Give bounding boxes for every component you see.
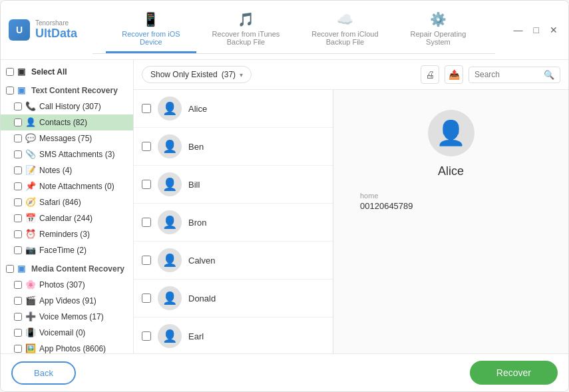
notes-label: Notes (4) [39, 166, 128, 175]
sidebar-facetime[interactable]: 📷 FaceTime (2) [1, 242, 133, 258]
contact-bill-name: Bill [188, 180, 200, 190]
sidebar-app-photos[interactable]: 🖼️ App Photos (8606) [1, 341, 133, 353]
split-area: 👤 Alice 👤 Ben 👤 Bill [134, 90, 568, 353]
notes-checkbox[interactable] [14, 166, 22, 174]
sidebar-reminders[interactable]: ⏰ Reminders (3) [1, 226, 133, 242]
tab-icloud[interactable]: ☁️ Recover from iCloudBackup File [295, 6, 394, 53]
filter-button[interactable]: Show Only Existed (37) ▾ [142, 66, 252, 83]
toolbar-right: 🖨 📤 🔍 [421, 65, 560, 84]
detail-avatar: 👤 [428, 110, 474, 156]
back-button[interactable]: Back [11, 361, 76, 385]
contact-bron-checkbox[interactable] [142, 218, 151, 227]
tab-itunes-icon: 🎵 [238, 11, 254, 27]
title-bar: U Tenorshare UltData 📱 Recover from iOSD… [1, 1, 568, 60]
contact-donald-checkbox[interactable] [142, 294, 151, 303]
tab-repair-icon: ⚙️ [430, 11, 447, 27]
contact-bill-avatar: 👤 [158, 172, 182, 196]
tab-ios-icon: 📱 [142, 11, 159, 27]
contact-item-calven[interactable]: 👤 Calven [134, 242, 333, 280]
sidebar-text-content-header: ▣ Text Content Recovery [1, 80, 133, 98]
sidebar-app-videos[interactable]: 🎬 App Videos (91) [1, 293, 133, 309]
call-history-checkbox[interactable] [14, 102, 22, 110]
sms-attachments-checkbox[interactable] [14, 150, 22, 158]
contact-item-bill[interactable]: 👤 Bill [134, 166, 333, 204]
media-content-checkbox[interactable] [6, 265, 14, 273]
photos-checkbox[interactable] [14, 281, 22, 289]
call-history-label: Call History (307) [39, 102, 128, 111]
contact-item-earl[interactable]: 👤 Earl [134, 317, 333, 353]
print-button[interactable]: 🖨 [421, 65, 439, 84]
contact-item-ben[interactable]: 👤 Ben [134, 128, 333, 166]
sidebar-sms-attachments[interactable]: 📎 SMS Attachments (3) [1, 146, 133, 162]
logo-text: Tenorshare UltData [35, 19, 77, 41]
logo-brand: Tenorshare [35, 19, 77, 27]
contact-list: 👤 Alice 👤 Ben 👤 Bill [134, 90, 333, 353]
sidebar-messages[interactable]: 💬 Messages (75) [1, 130, 133, 146]
contact-item-bron[interactable]: 👤 Bron [134, 204, 333, 242]
contact-ben-avatar: 👤 [158, 134, 182, 158]
main-panel: Show Only Existed (37) ▾ 🖨 📤 🔍 [134, 60, 568, 353]
sidebar-safari[interactable]: 🧭 Safari (846) [1, 194, 133, 210]
text-content-checkbox[interactable] [6, 87, 14, 95]
calendar-checkbox[interactable] [14, 214, 22, 222]
media-content-icon: ▣ [17, 264, 28, 274]
note-attachments-checkbox[interactable] [14, 182, 22, 190]
contact-earl-name: Earl [188, 331, 204, 341]
tab-itunes[interactable]: 🎵 Recover from iTunesBackup File [196, 6, 296, 53]
text-content-icon: ▣ [17, 85, 28, 96]
contact-item-donald[interactable]: 👤 Donald [134, 280, 333, 317]
voice-memos-label: Voice Memos (17) [39, 312, 128, 321]
contact-alice-checkbox[interactable] [142, 104, 151, 113]
print-icon: 🖨 [425, 69, 435, 80]
voicemail-icon: 📳 [25, 327, 36, 338]
sidebar-select-all[interactable]: ▣ Select All [1, 64, 133, 80]
contacts-checkbox[interactable] [14, 118, 22, 126]
app-videos-checkbox[interactable] [14, 297, 22, 305]
photos-icon: 🌸 [25, 280, 36, 290]
sidebar-voice-memos[interactable]: ➕ Voice Memos (17) [1, 309, 133, 325]
select-all-icon: ▣ [17, 67, 28, 77]
detail-phone-field: home 00120645789 [360, 192, 413, 211]
recover-button[interactable]: Recover [470, 361, 558, 385]
sidebar-notes[interactable]: 📝 Notes (4) [1, 162, 133, 178]
notes-icon: 📝 [25, 165, 36, 176]
sidebar-note-attachments[interactable]: 📌 Note Attachments (0) [1, 178, 133, 194]
note-attachments-icon: 📌 [25, 181, 36, 192]
safari-checkbox[interactable] [14, 198, 22, 206]
minimize-button[interactable]: — [511, 23, 526, 37]
bottom-bar: Back Recover [1, 353, 568, 391]
sidebar-media-content-header: ▣ Media Content Recovery [1, 258, 133, 277]
maximize-button[interactable]: □ [531, 23, 542, 37]
sidebar-photos[interactable]: 🌸 Photos (307) [1, 277, 133, 293]
contact-bron-avatar: 👤 [158, 210, 182, 234]
voicemail-checkbox[interactable] [14, 329, 22, 337]
reminders-checkbox[interactable] [14, 230, 22, 238]
voice-memos-checkbox[interactable] [14, 313, 22, 321]
messages-checkbox[interactable] [14, 134, 22, 142]
select-all-checkbox[interactable] [6, 68, 14, 76]
contact-calven-checkbox[interactable] [142, 256, 151, 265]
contact-earl-checkbox[interactable] [142, 331, 151, 341]
messages-label: Messages (75) [39, 134, 128, 143]
close-button[interactable]: ✕ [547, 23, 560, 37]
search-box: 🔍 [469, 67, 560, 83]
contact-donald-name: Donald [188, 294, 216, 303]
window-controls: — □ ✕ [511, 23, 560, 37]
detail-name: Alice [438, 164, 464, 178]
media-content-label: Media Content Recovery [31, 264, 128, 274]
contact-item-alice[interactable]: 👤 Alice [134, 90, 333, 128]
search-input[interactable] [474, 70, 541, 79]
search-icon: 🔍 [544, 70, 554, 80]
app-photos-checkbox[interactable] [14, 345, 22, 353]
sidebar-contacts[interactable]: 👤 Contacts (82) [1, 114, 133, 130]
contacts-icon: 👤 [25, 117, 36, 128]
facetime-checkbox[interactable] [14, 246, 22, 254]
tab-repair[interactable]: ⚙️ Repair OperatingSystem [395, 6, 482, 53]
sidebar-calendar[interactable]: 📅 Calendar (244) [1, 210, 133, 226]
contact-ben-checkbox[interactable] [142, 142, 151, 151]
sidebar-call-history[interactable]: 📞 Call History (307) [1, 98, 133, 114]
contact-bill-checkbox[interactable] [142, 180, 151, 189]
tab-ios[interactable]: 📱 Recover from iOSDevice [106, 6, 196, 53]
sidebar-voicemail[interactable]: 📳 Voicemail (0) [1, 325, 133, 341]
export-button[interactable]: 📤 [445, 65, 463, 84]
